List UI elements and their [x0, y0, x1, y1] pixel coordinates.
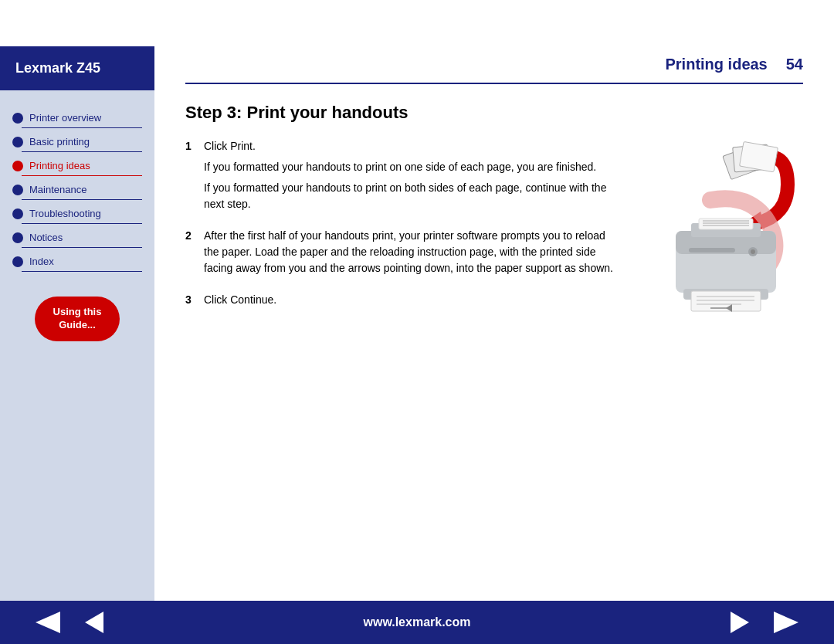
nav-label-basic-printing: Basic printing	[29, 136, 142, 147]
sidebar-title: Lexmark Z45	[15, 60, 139, 76]
printer-svg	[633, 138, 803, 316]
page-number: 54	[786, 56, 803, 73]
nav-underline-basic-printing	[22, 151, 142, 152]
content-body: 1 Click Print. If you formatted your han…	[185, 138, 803, 324]
nav-underline-index	[22, 271, 142, 272]
nav-label-printing-ideas: Printing ideas	[29, 160, 142, 171]
nav-bullet-printing-ideas	[12, 161, 23, 171]
forward-button[interactable]	[723, 608, 757, 636]
step-3-number: 3	[185, 292, 198, 313]
footer-url[interactable]: www.lexmark.com	[363, 615, 470, 629]
sidebar-item-printer-overview[interactable]: Printer overview	[0, 106, 154, 130]
nav-bullet-index	[12, 256, 23, 267]
nav-underline-printing-ideas	[22, 175, 142, 176]
section-heading: Step 3: Print your handouts	[185, 103, 803, 123]
app-container: Lexmark Z45 Printer overview Basic print…	[0, 0, 834, 644]
step-1-content: Click Print. If you formatted your hando…	[204, 138, 618, 217]
svg-rect-18	[689, 248, 735, 253]
nav-bullet-maintenance	[12, 185, 23, 195]
text-area: 1 Click Print. If you formatted your han…	[185, 138, 618, 324]
step-1-para-3: If you formatted your handouts to print …	[204, 180, 618, 212]
step-2-para-1: After the first half of your handouts pr…	[204, 228, 618, 276]
step-3-content: Click Continue.	[204, 292, 618, 313]
step-1-para-1: Click Print.	[204, 138, 618, 154]
sidebar-item-notices[interactable]: Notices	[0, 225, 154, 249]
back-nav-group	[31, 608, 111, 636]
nav-label-troubleshooting: Troubleshooting	[29, 208, 142, 219]
bottom-bar: www.lexmark.com	[0, 601, 834, 644]
step-2-number: 2	[185, 228, 198, 281]
sidebar-item-basic-printing[interactable]: Basic printing	[0, 130, 154, 154]
sidebar-header: Lexmark Z45	[0, 46, 154, 90]
printer-illustration	[633, 138, 803, 324]
page-header: Printing ideas 54	[185, 46, 803, 84]
middle-area: Lexmark Z45 Printer overview Basic print…	[0, 46, 834, 601]
nav-underline-printer-overview	[22, 127, 142, 128]
step-1-number: 1	[185, 138, 198, 217]
forward-nav-group	[723, 608, 803, 636]
top-spacer	[0, 0, 834, 46]
step-1: 1 Click Print. If you formatted your han…	[185, 138, 618, 217]
back-button[interactable]	[77, 608, 111, 636]
step-3-para-1: Click Continue.	[204, 292, 618, 308]
svg-rect-8	[699, 219, 753, 229]
nav-label-printer-overview: Printer overview	[29, 112, 142, 124]
nav-bullet-basic-printing	[12, 137, 23, 147]
nav-underline-maintenance	[22, 199, 142, 200]
sidebar: Lexmark Z45 Printer overview Basic print…	[0, 46, 154, 601]
nav-label-notices: Notices	[29, 232, 142, 243]
nav-underline-troubleshooting	[22, 223, 142, 224]
sidebar-item-maintenance[interactable]: Maintenance	[0, 178, 154, 202]
svg-marker-22	[85, 612, 103, 633]
sidebar-item-printing-ideas[interactable]: Printing ideas	[0, 154, 154, 178]
svg-marker-21	[36, 612, 60, 633]
sidebar-item-index[interactable]: Index	[0, 249, 154, 273]
svg-marker-23	[731, 612, 749, 633]
main-content: Printing ideas 54 Step 3: Print your han…	[154, 46, 834, 601]
nav-underline-notices	[22, 247, 142, 248]
step-3: 3 Click Continue.	[185, 292, 618, 313]
using-guide-button[interactable]: Using thisGuide...	[35, 297, 120, 341]
step-2: 2 After the first half of your handouts …	[185, 228, 618, 281]
nav-bullet-notices	[12, 232, 23, 243]
nav-label-maintenance: Maintenance	[29, 184, 142, 195]
forward-far-button[interactable]	[769, 608, 803, 636]
back-far-button[interactable]	[31, 608, 65, 636]
nav-label-index: Index	[29, 256, 142, 267]
step-2-content: After the first half of your handouts pr…	[204, 228, 618, 281]
footer-url-text: www.lexmark.com	[363, 615, 470, 629]
svg-point-17	[751, 249, 755, 254]
nav-bullet-printer-overview	[12, 113, 23, 124]
step-1-para-2: If you formatted your handouts to print …	[204, 159, 618, 175]
nav-bullet-troubleshooting	[12, 208, 23, 219]
page-section-title: Printing ideas	[666, 56, 768, 73]
svg-marker-24	[774, 612, 798, 633]
sidebar-item-troubleshooting[interactable]: Troubleshooting	[0, 202, 154, 225]
